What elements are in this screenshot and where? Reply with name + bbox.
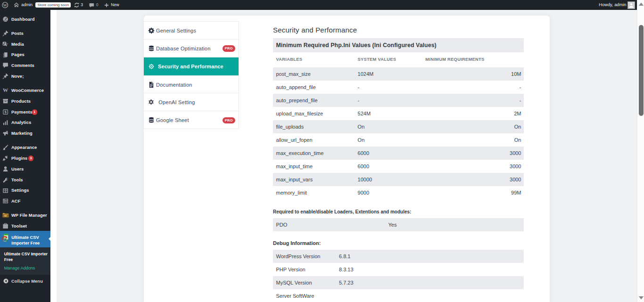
svg-text:W: W bbox=[3, 88, 8, 93]
svg-text:W: W bbox=[3, 3, 7, 8]
svg-text:W: W bbox=[4, 214, 7, 217]
svg-text:$: $ bbox=[5, 110, 7, 114]
